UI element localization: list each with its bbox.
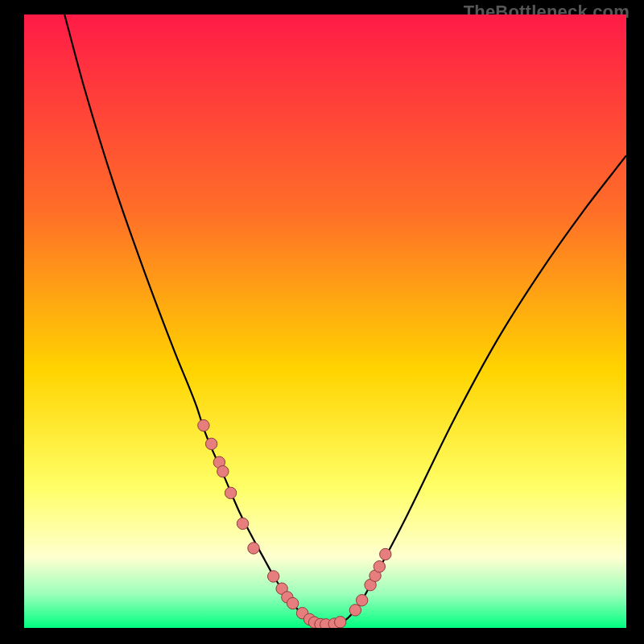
plot-area [24,14,626,628]
gradient-background [24,14,626,628]
highlight-dot [349,605,361,616]
stage: TheBottleneck.com [0,0,644,644]
bottleneck-chart [24,14,626,628]
highlight-dot [248,543,259,554]
highlight-dot [267,571,279,582]
highlight-dot [380,548,391,559]
highlight-dot [217,465,229,477]
highlight-dot [287,597,298,609]
highlight-dot [335,617,346,628]
highlight-dot [198,419,209,431]
highlight-dot [356,595,367,606]
highlight-dot [374,561,385,572]
highlight-dot [237,518,248,529]
highlight-dot [225,487,236,498]
highlight-dot [205,438,217,449]
